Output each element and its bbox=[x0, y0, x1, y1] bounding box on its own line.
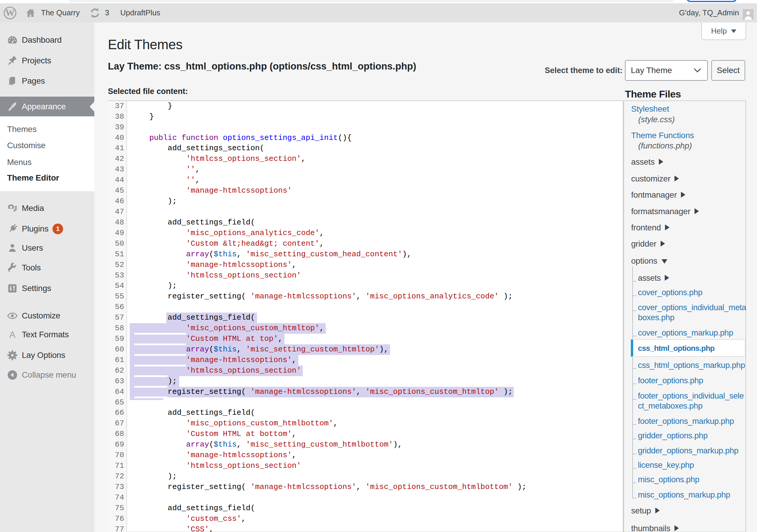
svg-text:W: W bbox=[5, 7, 15, 18]
